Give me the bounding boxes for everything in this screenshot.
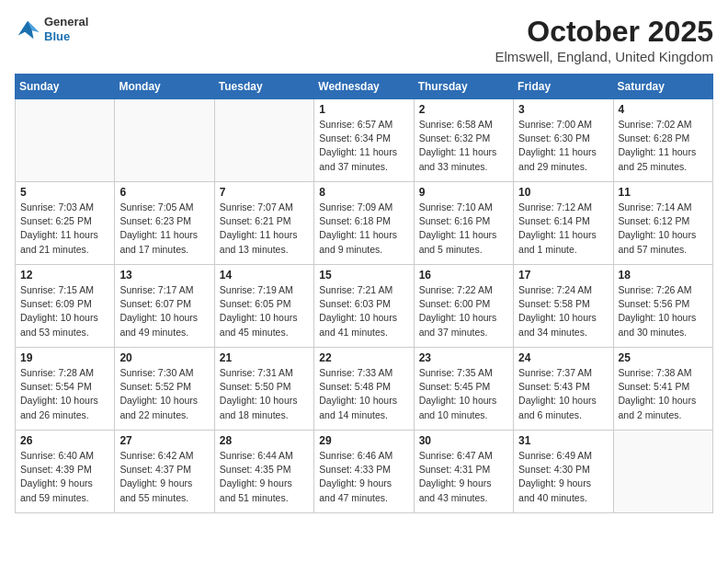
day-number: 8 — [319, 186, 408, 199]
day-info: Sunrise: 7:21 AMSunset: 6:03 PMDaylight:… — [319, 283, 408, 339]
calendar-cell: 18Sunrise: 7:26 AMSunset: 5:56 PMDayligh… — [613, 265, 712, 348]
day-info: Sunrise: 7:19 AMSunset: 6:05 PMDaylight:… — [220, 283, 309, 339]
day-info: Sunrise: 7:35 AMSunset: 5:45 PMDaylight:… — [419, 366, 508, 422]
day-number: 29 — [319, 434, 408, 447]
calendar-week-row: 19Sunrise: 7:28 AMSunset: 5:54 PMDayligh… — [16, 348, 713, 431]
calendar-cell: 17Sunrise: 7:24 AMSunset: 5:58 PMDayligh… — [514, 265, 613, 348]
day-info: Sunrise: 7:31 AMSunset: 5:50 PMDaylight:… — [220, 366, 309, 422]
day-number: 6 — [119, 186, 209, 199]
day-info: Sunrise: 7:09 AMSunset: 6:18 PMDaylight:… — [319, 201, 408, 257]
logo-general: General — [44, 15, 88, 29]
page-title: October 2025 — [495, 15, 713, 49]
day-number: 25 — [619, 351, 708, 364]
day-info: Sunrise: 6:46 AMSunset: 4:33 PMDaylight:… — [319, 449, 408, 505]
calendar-cell: 16Sunrise: 7:22 AMSunset: 6:00 PMDayligh… — [414, 265, 513, 348]
logo-blue: Blue — [44, 29, 88, 44]
day-info: Sunrise: 6:40 AMSunset: 4:39 PMDaylight:… — [20, 449, 109, 505]
calendar-cell: 23Sunrise: 7:35 AMSunset: 5:45 PMDayligh… — [414, 348, 513, 431]
day-number: 16 — [419, 269, 508, 282]
calendar-week-row: 12Sunrise: 7:15 AMSunset: 6:09 PMDayligh… — [16, 265, 713, 348]
page-subtitle: Elmswell, England, United Kingdom — [495, 49, 713, 64]
weekday-header-thursday: Thursday — [414, 75, 513, 99]
weekday-header-friday: Friday — [514, 75, 613, 99]
day-info: Sunrise: 6:44 AMSunset: 4:35 PMDaylight:… — [220, 449, 309, 505]
day-info: Sunrise: 7:00 AMSunset: 6:30 PMDaylight:… — [518, 118, 608, 174]
calendar-cell: 25Sunrise: 7:38 AMSunset: 5:41 PMDayligh… — [613, 348, 712, 431]
day-info: Sunrise: 7:12 AMSunset: 6:14 PMDaylight:… — [518, 201, 608, 257]
day-number: 23 — [419, 351, 508, 364]
calendar-cell: 15Sunrise: 7:21 AMSunset: 6:03 PMDayligh… — [314, 265, 414, 348]
calendar-week-row: 26Sunrise: 6:40 AMSunset: 4:39 PMDayligh… — [16, 431, 713, 513]
calendar-cell: 29Sunrise: 6:46 AMSunset: 4:33 PMDayligh… — [314, 431, 414, 513]
weekday-header-row: SundayMondayTuesdayWednesdayThursdayFrid… — [16, 75, 713, 99]
calendar-cell: 3Sunrise: 7:00 AMSunset: 6:30 PMDaylight… — [514, 99, 613, 182]
day-info: Sunrise: 6:42 AMSunset: 4:37 PMDaylight:… — [119, 449, 209, 505]
day-info: Sunrise: 7:17 AMSunset: 6:07 PMDaylight:… — [119, 283, 209, 339]
day-info: Sunrise: 7:28 AMSunset: 5:54 PMDaylight:… — [20, 366, 109, 422]
weekday-header-monday: Monday — [115, 75, 214, 99]
day-number: 11 — [619, 186, 708, 199]
day-number: 22 — [319, 351, 408, 364]
day-number: 9 — [419, 186, 508, 199]
day-number: 7 — [220, 186, 309, 199]
day-number: 12 — [20, 269, 109, 282]
day-number: 13 — [119, 269, 209, 282]
day-info: Sunrise: 7:37 AMSunset: 5:43 PMDaylight:… — [518, 366, 608, 422]
day-info: Sunrise: 7:15 AMSunset: 6:09 PMDaylight:… — [20, 283, 109, 339]
day-number: 18 — [619, 269, 708, 282]
day-info: Sunrise: 6:58 AMSunset: 6:32 PMDaylight:… — [419, 118, 508, 174]
calendar-cell: 4Sunrise: 7:02 AMSunset: 6:28 PMDaylight… — [613, 99, 712, 182]
calendar-cell: 21Sunrise: 7:31 AMSunset: 5:50 PMDayligh… — [214, 348, 313, 431]
day-info: Sunrise: 7:03 AMSunset: 6:25 PMDaylight:… — [20, 201, 109, 257]
weekday-header-tuesday: Tuesday — [214, 75, 313, 99]
logo-bird-icon — [15, 17, 40, 42]
calendar-table: SundayMondayTuesdayWednesdayThursdayFrid… — [15, 74, 713, 513]
day-number: 19 — [20, 351, 109, 364]
day-number: 5 — [20, 186, 109, 199]
day-number: 2 — [419, 103, 508, 116]
weekday-header-sunday: Sunday — [16, 75, 115, 99]
title-block: October 2025 Elmswell, England, United K… — [495, 15, 713, 64]
calendar-cell: 5Sunrise: 7:03 AMSunset: 6:25 PMDaylight… — [16, 182, 115, 265]
logo: General Blue — [15, 15, 88, 43]
calendar-cell: 22Sunrise: 7:33 AMSunset: 5:48 PMDayligh… — [314, 348, 414, 431]
day-number: 21 — [220, 351, 309, 364]
day-number: 26 — [20, 434, 109, 447]
calendar-cell — [16, 99, 115, 182]
day-number: 27 — [119, 434, 209, 447]
weekday-header-saturday: Saturday — [613, 75, 712, 99]
calendar-cell — [115, 99, 214, 182]
calendar-cell — [613, 431, 712, 513]
calendar-cell: 27Sunrise: 6:42 AMSunset: 4:37 PMDayligh… — [115, 431, 214, 513]
calendar-cell: 11Sunrise: 7:14 AMSunset: 6:12 PMDayligh… — [613, 182, 712, 265]
day-info: Sunrise: 6:47 AMSunset: 4:31 PMDaylight:… — [419, 449, 508, 505]
page-header: General Blue October 2025 Elmswell, Engl… — [15, 15, 713, 64]
day-info: Sunrise: 7:24 AMSunset: 5:58 PMDaylight:… — [518, 283, 608, 339]
weekday-header-wednesday: Wednesday — [314, 75, 414, 99]
calendar-cell — [214, 99, 313, 182]
day-info: Sunrise: 7:38 AMSunset: 5:41 PMDaylight:… — [619, 366, 708, 422]
calendar-cell: 1Sunrise: 6:57 AMSunset: 6:34 PMDaylight… — [314, 99, 414, 182]
day-number: 20 — [119, 351, 209, 364]
day-number: 14 — [220, 269, 309, 282]
day-info: Sunrise: 6:49 AMSunset: 4:30 PMDaylight:… — [518, 449, 608, 505]
calendar-cell: 20Sunrise: 7:30 AMSunset: 5:52 PMDayligh… — [115, 348, 214, 431]
calendar-cell: 14Sunrise: 7:19 AMSunset: 6:05 PMDayligh… — [214, 265, 313, 348]
day-number: 17 — [518, 269, 608, 282]
calendar-cell: 13Sunrise: 7:17 AMSunset: 6:07 PMDayligh… — [115, 265, 214, 348]
calendar-week-row: 5Sunrise: 7:03 AMSunset: 6:25 PMDaylight… — [16, 182, 713, 265]
calendar-week-row: 1Sunrise: 6:57 AMSunset: 6:34 PMDaylight… — [16, 99, 713, 182]
day-number: 30 — [419, 434, 508, 447]
calendar-cell: 2Sunrise: 6:58 AMSunset: 6:32 PMDaylight… — [414, 99, 513, 182]
calendar-cell: 31Sunrise: 6:49 AMSunset: 4:30 PMDayligh… — [514, 431, 613, 513]
day-info: Sunrise: 7:22 AMSunset: 6:00 PMDaylight:… — [419, 283, 508, 339]
day-number: 10 — [518, 186, 608, 199]
day-number: 24 — [518, 351, 608, 364]
calendar-cell: 24Sunrise: 7:37 AMSunset: 5:43 PMDayligh… — [514, 348, 613, 431]
day-number: 28 — [220, 434, 309, 447]
day-info: Sunrise: 7:05 AMSunset: 6:23 PMDaylight:… — [119, 201, 209, 257]
calendar-cell: 30Sunrise: 6:47 AMSunset: 4:31 PMDayligh… — [414, 431, 513, 513]
calendar-cell: 28Sunrise: 6:44 AMSunset: 4:35 PMDayligh… — [214, 431, 313, 513]
calendar-cell: 6Sunrise: 7:05 AMSunset: 6:23 PMDaylight… — [115, 182, 214, 265]
logo-text: General Blue — [44, 15, 88, 43]
